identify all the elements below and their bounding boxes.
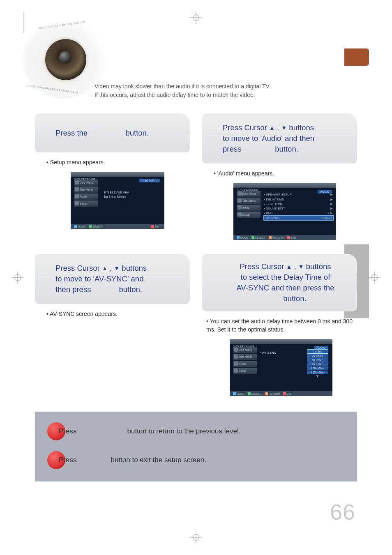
step-3-head: Press Cursor ▲ , ▼ buttons to move to 'A… xyxy=(35,254,190,304)
ms-footer: MOVE SELECT RETURN EXIT xyxy=(233,235,336,240)
step-1-head: Press the button. xyxy=(35,113,190,152)
footer-move: MOVE xyxy=(74,225,85,228)
footer-exit: EXIT xyxy=(287,236,296,239)
step-4-body: You can set the audio delay time between… xyxy=(202,311,357,401)
ms-sidebar: Disc Menu Title Menu Audio Setup xyxy=(233,347,257,374)
crop-mark-left xyxy=(12,272,24,284)
crop-mark-right xyxy=(368,272,380,284)
sidebar-item: Setup xyxy=(233,368,257,374)
step-4-screenshot-wrap: DVD RECEIVER AUDIO Disc Menu Title Menu … xyxy=(206,339,355,396)
step-1-screenshot-wrap: DVD RECEIVER DISC MENU Disc Menu Title M… xyxy=(46,172,188,229)
avsync-options: 0 mSec 25 mSec 50 mSec 75 mSec 100 mSec … xyxy=(307,349,328,378)
step-2-bullet: 'Audio' menu appears. xyxy=(214,169,355,177)
footer-panel: Press button to return to the previous l… xyxy=(35,412,357,481)
up-arrow-icon: ▲ xyxy=(269,124,275,131)
step-1-body: Setup menu appears. DVD RECEIVER DISC ME… xyxy=(35,152,190,233)
step-1-bullet: Setup menu appears. xyxy=(46,158,188,166)
crop-mark-bottom xyxy=(190,531,202,543)
delay-option: 50 mSec xyxy=(307,358,328,362)
menu-row-highlighted: • AV-SYNC: 0 mSec xyxy=(263,215,334,221)
ms-footer: MOVE SELECT RETURN EXIT xyxy=(230,391,332,396)
steps-grid: Press the button. Setup menu appears. DV… xyxy=(35,113,357,400)
footer-select: SELECT xyxy=(251,236,265,239)
delay-option: 75 mSec xyxy=(307,362,328,366)
step-2-screenshot-wrap: DVD RECEIVER AUDIO Disc Menu Title Menu … xyxy=(214,183,355,240)
up-arrow-icon: ▲ xyxy=(286,263,292,270)
ms-main-message: Press Enter key for Disc Menu xyxy=(104,190,129,199)
menu-row: • TEST TONE▶ xyxy=(264,202,333,206)
footer-exit: EXIT xyxy=(151,225,161,228)
sidebar-item: Title Menu xyxy=(237,198,261,204)
menu-row: • SPEAKER SETUP▶ xyxy=(264,192,333,197)
step-4-text: Press Cursor ▲ , ▼ buttons to select the… xyxy=(223,261,348,304)
sidebar-item: Disc Menu xyxy=(74,180,98,186)
ms-menu-list: • SPEAKER SETUP▶ • DELAY TIME▶ • TEST TO… xyxy=(264,192,333,220)
intro-line2: If this occurs, adjust the audio delay t… xyxy=(95,92,255,98)
footer-move: MOVE xyxy=(233,392,244,395)
sidebar-item: Setup xyxy=(74,200,98,207)
step-3-body: AV-SYNC screen appears. xyxy=(35,304,190,322)
step-1-text: Press the button. xyxy=(55,128,149,138)
step-3-bullet: AV-SYNC screen appears. xyxy=(46,310,188,318)
ms-footer: MOVE SELECT EXIT xyxy=(71,224,164,229)
step-1-press: Press the xyxy=(55,129,88,137)
sidebar-item: Disc Menu xyxy=(237,191,261,197)
speaker-illustration xyxy=(23,21,107,99)
scroll-down-icon: ▼ xyxy=(307,375,328,378)
down-arrow-icon: ▼ xyxy=(281,124,287,131)
footer-rest-2: button to exit the setup screen. xyxy=(111,456,206,464)
sidebar-item: Title Menu xyxy=(74,187,98,193)
intro-text: Video may look slower than the audio if … xyxy=(95,29,357,99)
avsync-label: AV-SYNC xyxy=(261,351,277,355)
step-4-bullet: You can set the audio delay time between… xyxy=(206,317,355,334)
delay-option: 100 mSec xyxy=(307,366,328,370)
step-2-text: Press Cursor ▲ , ▼ buttons to move to 'A… xyxy=(223,122,314,154)
delay-option: 125 mSec xyxy=(307,371,328,374)
step-3: Press Cursor ▲ , ▼ buttons to move to 'A… xyxy=(35,254,190,400)
sidebar-item: Audio xyxy=(233,361,257,367)
footer-move: MOVE xyxy=(237,236,248,239)
ms-sidebar: Disc Menu Title Menu Audio Setup xyxy=(74,180,98,207)
sidebar-item: Audio xyxy=(237,205,261,211)
sidebar-item: Title Menu xyxy=(233,354,257,360)
avsync-options-screenshot: DVD RECEIVER AUDIO Disc Menu Title Menu … xyxy=(230,339,332,396)
footer-row-exit: Press button to exit the setup screen. xyxy=(47,451,346,469)
page-number: 66 xyxy=(330,499,355,525)
page-content: Video may look slower than the audio if … xyxy=(35,25,357,522)
down-arrow-icon: ▼ xyxy=(114,265,120,272)
footer-press-2: Press xyxy=(59,456,76,464)
intro-block: Video may look slower than the audio if … xyxy=(35,25,357,108)
step-1-button-word: button. xyxy=(125,129,149,137)
intro-line1: Video may look slower than the audio if … xyxy=(95,83,271,90)
step-2: Press Cursor ▲ , ▼ buttons to move to 'A… xyxy=(202,113,357,244)
footer-row-return: Press button to return to the previous l… xyxy=(47,422,346,440)
sidebar-item: Setup xyxy=(237,212,261,218)
step-2-head: Press Cursor ▲ , ▼ buttons to move to 'A… xyxy=(202,113,357,164)
audio-menu-screenshot: DVD RECEIVER AUDIO Disc Menu Title Menu … xyxy=(233,183,336,240)
sidebar-item: Disc Menu xyxy=(233,347,257,353)
footer-select: SELECT xyxy=(89,225,103,228)
menu-row: • DELAY TIME▶ xyxy=(264,197,333,202)
up-arrow-icon: ▲ xyxy=(102,265,108,272)
down-arrow-icon: ▼ xyxy=(298,263,304,270)
menu-row: • SOUND EDIT▶ xyxy=(264,206,333,211)
footer-exit: EXIT xyxy=(283,392,293,395)
step-1: Press the button. Setup menu appears. DV… xyxy=(35,113,190,244)
delay-option-selected: 0 mSec xyxy=(307,349,328,354)
step-2-body: 'Audio' menu appears. DVD RECEIVER AUDIO… xyxy=(202,164,357,244)
menu-row: • DRC: 2 ▶ xyxy=(264,211,333,215)
footer-rest-1: button to return to the previous level. xyxy=(127,427,240,435)
step-3-text: Press Cursor ▲ , ▼ buttons to move to 'A… xyxy=(55,263,147,295)
step-4-head: Press Cursor ▲ , ▼ buttons to select the… xyxy=(202,254,357,311)
footer-select: SELECT xyxy=(248,392,262,395)
ms-section-badge: DISC MENU xyxy=(139,179,160,182)
delay-option: 25 mSec xyxy=(307,354,328,358)
footer-press-1: Press xyxy=(59,427,76,435)
sidebar-item: Audio xyxy=(74,193,98,200)
setup-menu-screenshot: DVD RECEIVER DISC MENU Disc Menu Title M… xyxy=(71,172,164,229)
footer-return: RETURN xyxy=(269,236,284,239)
footer-return: RETURN xyxy=(265,392,280,395)
ms-sidebar: Disc Menu Title Menu Audio Setup xyxy=(237,191,261,218)
step-4: Press Cursor ▲ , ▼ buttons to select the… xyxy=(202,254,357,400)
crop-mark-top xyxy=(190,12,202,24)
